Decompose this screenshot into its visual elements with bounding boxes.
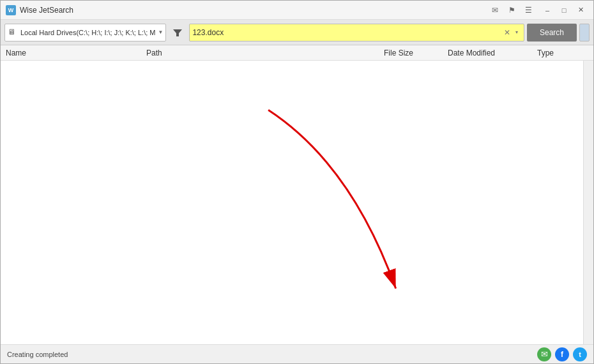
statusbar: Creating completed ✉ f t (1, 344, 593, 363)
app-icon: W (6, 5, 16, 15)
sidebar-toggle-button[interactable] (579, 24, 590, 42)
email-social-icon[interactable]: ✉ (537, 347, 551, 361)
column-file-size[interactable]: File Size (384, 49, 448, 57)
titlebar: W Wise JetSearch ✉ ⚑ ☰ – □ ✕ (1, 1, 593, 20)
filter-button[interactable] (169, 24, 187, 42)
annotation-arrow (1, 61, 593, 344)
toolbar: 🖥 Local Hard Drives(C:\; H:\; I:\; J:\; … (1, 20, 593, 45)
column-date-modified[interactable]: Date Modified (448, 49, 537, 57)
column-path[interactable]: Path (146, 49, 384, 57)
drive-selector[interactable]: 🖥 Local Hard Drives(C:\; H:\; I:\; J:\; … (4, 24, 166, 42)
drive-label: Local Hard Drives(C:\; H:\; I:\; J:\; K:… (20, 29, 156, 36)
search-clear-button[interactable]: ✕ (502, 27, 512, 38)
close-button[interactable]: ✕ (573, 4, 588, 17)
search-input-wrapper: ✕ ▾ (189, 24, 524, 42)
status-icons: ✉ f t (537, 347, 587, 361)
column-name[interactable]: Name (6, 49, 146, 57)
facebook-icon[interactable]: f (555, 347, 569, 361)
twitter-icon[interactable]: t (573, 347, 587, 361)
filter-icon (173, 28, 182, 37)
email-icon[interactable]: ✉ (489, 4, 501, 17)
search-input[interactable] (192, 28, 502, 37)
minimize-button[interactable]: – (540, 4, 555, 17)
drive-icon: 🖥 (8, 27, 18, 38)
column-type[interactable]: Type (537, 49, 588, 57)
flag-icon[interactable]: ⚑ (505, 4, 518, 17)
titlebar-controls: – □ ✕ (540, 4, 588, 17)
menu-icon[interactable]: ☰ (522, 4, 535, 17)
search-button[interactable]: Search (527, 24, 577, 42)
svg-marker-0 (173, 29, 182, 36)
status-text: Creating completed (7, 351, 68, 358)
scrollbar[interactable] (583, 61, 593, 344)
column-headers: Name Path File Size Date Modified Type (1, 45, 593, 61)
results-area (1, 61, 593, 344)
titlebar-left: W Wise JetSearch (6, 5, 73, 15)
drive-dropdown-icon: ▼ (158, 29, 164, 35)
app-title: Wise JetSearch (20, 6, 73, 15)
titlebar-icons: ✉ ⚑ ☰ (489, 4, 535, 17)
restore-button[interactable]: □ (556, 4, 572, 17)
search-dropdown-button[interactable]: ▾ (512, 27, 521, 38)
